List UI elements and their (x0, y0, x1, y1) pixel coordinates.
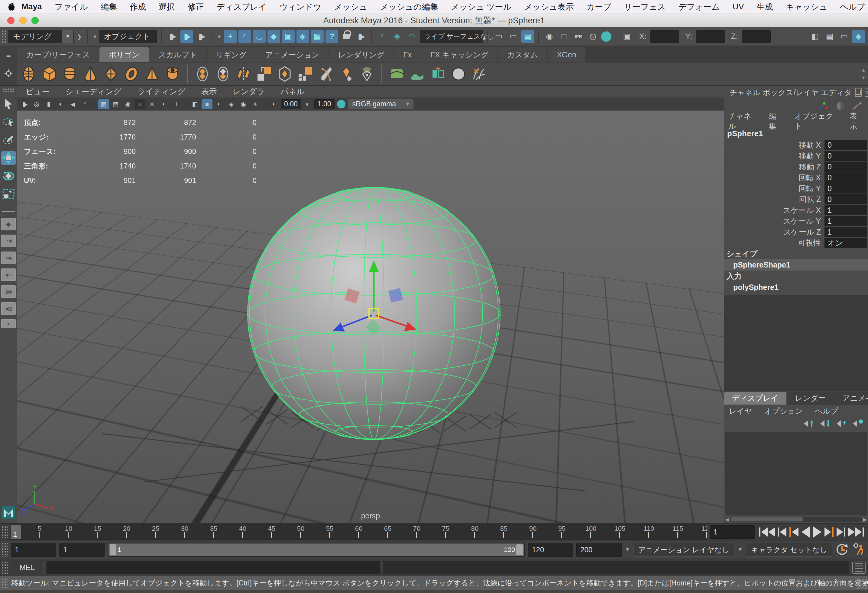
channel-label[interactable]: 移動 Z (724, 162, 824, 172)
channel-value-field[interactable]: 1 (824, 227, 867, 237)
vp-exposure-icon[interactable] (269, 99, 280, 109)
snap-help-icon[interactable] (326, 30, 338, 43)
ruler-tick-cell[interactable]: 45 (243, 525, 272, 539)
layer-move-down-icon[interactable] (820, 419, 831, 430)
toggle-tool-settings-icon[interactable] (838, 30, 850, 43)
shelf-poly-cylinder-icon[interactable] (61, 65, 79, 83)
layer-tab[interactable]: レンダー (787, 392, 834, 405)
layer-tab[interactable]: アニメ- (834, 392, 868, 405)
mask-dropdown-icon[interactable]: ▾ (92, 33, 97, 40)
ruler-tick-cell[interactable]: 90 (504, 525, 533, 539)
channel-row[interactable]: スケール Z 1 (724, 227, 868, 237)
menu-display[interactable]: ディスプレイ (210, 1, 273, 12)
shelf-poly-plane-icon[interactable] (102, 65, 120, 83)
save-scene-icon[interactable] (507, 30, 520, 43)
vp-film-gate-icon[interactable] (110, 99, 121, 109)
input-connections-icon[interactable] (376, 30, 389, 43)
command-input-field[interactable] (47, 561, 380, 574)
ruler-tick-cell[interactable]: 15 (69, 525, 97, 539)
menuset-selector[interactable]: モデリング ▼ (9, 30, 74, 43)
vp-textured-icon[interactable] (214, 99, 224, 109)
panel-undock-icon[interactable]: ❏ (855, 88, 862, 97)
go-to-start-button[interactable] (759, 525, 775, 539)
menuset-value[interactable]: モデリング (9, 30, 62, 43)
vp-select-camera-icon[interactable] (19, 99, 30, 109)
channel-row[interactable]: スケール Y 1 (724, 216, 868, 227)
input-node-row[interactable]: polySphere1 (724, 281, 868, 293)
highlight-selection-icon[interactable] (354, 30, 367, 43)
z-coord-input[interactable] (742, 30, 771, 43)
panel-menu-item[interactable]: レンダラ (233, 86, 265, 97)
shelf-xgen-icon[interactable] (470, 65, 488, 83)
ruler-tick-cell[interactable]: 80 (446, 525, 475, 539)
range-slider[interactable]: 1 120 (108, 543, 525, 557)
create-empty-layer-icon[interactable] (836, 419, 847, 430)
hscroll-thumb[interactable] (731, 517, 803, 521)
create-layer-from-selection-icon[interactable] (852, 419, 863, 430)
vp-use-all-lights-icon[interactable] (226, 99, 237, 109)
layer-tab-display[interactable]: ディスプレイ (724, 392, 787, 405)
play-forwards-button[interactable] (813, 525, 821, 539)
shelf-poly-torus-icon[interactable] (123, 65, 140, 83)
channel-row[interactable]: 移動 X 0 (724, 140, 868, 150)
speed-control-icon[interactable] (836, 102, 845, 112)
character-set-dropdown-icon[interactable]: ▼ (737, 546, 743, 553)
channel-value-field[interactable]: 1 (824, 205, 867, 215)
shelf-bevel-icon[interactable] (317, 65, 335, 83)
ruler-tick-cell[interactable]: 85 (475, 525, 504, 539)
vp-occlusion-icon[interactable] (250, 99, 261, 109)
apple-logo-icon[interactable] (8, 3, 15, 11)
output-connections-icon[interactable] (391, 30, 403, 43)
vp-bookmark-icon[interactable] (43, 99, 54, 109)
vp-wireframe-icon[interactable] (189, 99, 200, 109)
ruler-tick-cell[interactable]: 115 (649, 525, 678, 539)
channel-row[interactable]: スケール X 1 (724, 205, 868, 216)
lock-selection-icon[interactable] (340, 30, 353, 43)
menu-create[interactable]: 作成 (123, 1, 152, 12)
snap-make-live-icon[interactable] (297, 30, 309, 43)
shelf-quad-draw-icon[interactable] (358, 65, 376, 83)
ruler-tick-cell[interactable]: 25 (127, 525, 156, 539)
shelf-tab[interactable]: リギング (207, 47, 256, 62)
character-set-selector[interactable]: キャラクタ セットなし (746, 543, 833, 557)
layer-menu-item[interactable]: レイヤ (729, 406, 752, 416)
channel-value-field[interactable]: 0 (824, 151, 867, 161)
select-tool-icon[interactable] (1, 97, 16, 110)
go-to-end-button[interactable] (848, 525, 864, 539)
lasso-tool-icon[interactable] (1, 115, 16, 129)
ruler-tick-cell[interactable]: 105 (591, 525, 620, 539)
menu-mesh[interactable]: メッシュ (328, 1, 374, 12)
selected-object-name[interactable]: pSphere1 (724, 127, 868, 140)
animation-start-field[interactable]: 1 (11, 543, 56, 557)
shelf-tab[interactable]: Fx (394, 47, 421, 62)
menu-surfaces[interactable]: サーフェス (618, 1, 672, 12)
snap-view-plane-icon[interactable] (282, 30, 295, 43)
menu-modify[interactable]: 修正 (182, 1, 210, 12)
undo-queue-icon[interactable] (521, 30, 534, 43)
anim-layer-dropdown-icon[interactable]: ▼ (625, 546, 630, 553)
channel-row[interactable]: 可視性 オン (724, 237, 868, 248)
scale-tool-icon[interactable] (1, 187, 16, 201)
ruler-tick-cell[interactable]: 50 (272, 525, 301, 539)
ruler-tick-cell[interactable]: 20 (97, 525, 127, 539)
menu-uv[interactable]: UV (726, 2, 750, 12)
menu-file[interactable]: ファイル (48, 1, 94, 12)
menu-generate[interactable]: 生成 (750, 1, 779, 12)
shelf-tab-curves-surfaces[interactable]: カーブ/サーフェス (17, 47, 99, 62)
mel-language-button[interactable]: MEL (11, 561, 44, 574)
ruler-tick-cell[interactable]: 40 (214, 525, 243, 539)
ruler-tick-cell[interactable]: 120 (678, 525, 707, 539)
channel-label[interactable]: 回転 Z (724, 194, 824, 205)
step-forward-frame-button[interactable] (837, 525, 845, 539)
layout-dropdown-button[interactable]: ▼ (1, 319, 16, 328)
timeslider-grip[interactable] (1, 526, 8, 538)
layout-two-pane-button[interactable]: ◆▤ (1, 302, 16, 315)
shelf-smooth-icon[interactable] (276, 65, 294, 83)
vp-colorspace-enabled-icon[interactable] (337, 100, 345, 108)
shelf-tab[interactable]: アニメーション (256, 47, 329, 62)
shelf-tab-polygons-active[interactable]: ポリゴン (99, 47, 148, 62)
hyperbolic-curve-icon[interactable] (852, 102, 862, 112)
layout-hypershade-button[interactable]: ▦◆ (1, 285, 16, 298)
hscroll-right-icon[interactable]: ▶ (863, 516, 867, 522)
channel-label[interactable]: 移動 Y (724, 151, 824, 161)
